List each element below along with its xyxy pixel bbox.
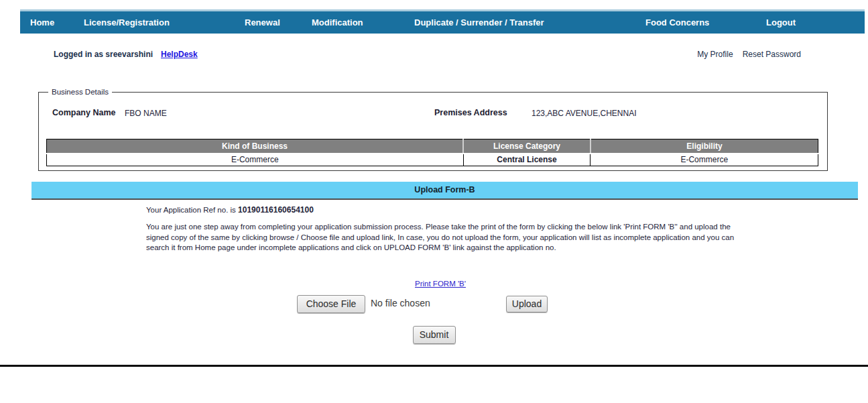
- submit-row: Submit: [0, 326, 868, 344]
- helpdesk-link[interactable]: HelpDesk: [161, 50, 198, 59]
- nav-item-home[interactable]: Home: [30, 11, 54, 34]
- nav-item-renewal[interactable]: Renewal: [245, 11, 280, 34]
- application-ref-number: 10190116160654100: [238, 205, 314, 215]
- nav-item-food-concerns[interactable]: Food Concerns: [645, 11, 709, 34]
- nav-item-modification[interactable]: Modification: [312, 11, 363, 34]
- application-ref-line: Your Application Ref no. is 101901161606…: [146, 205, 314, 215]
- file-upload-row: Choose File No file chosen Upload: [0, 295, 868, 315]
- profile-links: My ProfileReset Password: [697, 50, 801, 59]
- upload-form-b-banner: Upload Form-B: [32, 182, 858, 200]
- cell-eligibility: E-Commerce: [591, 154, 818, 166]
- company-name-value: FBO NAME: [125, 109, 167, 118]
- my-profile-link[interactable]: My Profile: [697, 50, 733, 59]
- upload-instructions: You are just one step away from completi…: [146, 222, 735, 253]
- choose-file-button[interactable]: Choose File: [297, 295, 365, 313]
- nav-item-duplicate-surrender-transfer[interactable]: Duplicate / Surrender / Transfer: [414, 11, 544, 34]
- login-status-row: Logged in as sreevarshini HelpDesk My Pr…: [0, 50, 868, 63]
- table-header-row: Kind of Business License Category Eligib…: [47, 139, 818, 154]
- upload-button[interactable]: Upload: [506, 296, 548, 312]
- reset-password-link[interactable]: Reset Password: [743, 50, 801, 59]
- header-kind-of-business: Kind of Business: [47, 139, 464, 154]
- header-license-category: License Category: [463, 139, 591, 154]
- print-link-wrap: Print FORM 'B': [146, 277, 735, 289]
- table-row: E-Commerce Central License E-Commerce: [47, 154, 818, 166]
- submit-button[interactable]: Submit: [413, 326, 456, 344]
- nav-item-logout[interactable]: Logout: [766, 11, 796, 34]
- cell-license-category: Central License: [463, 154, 591, 166]
- bottom-divider: [0, 365, 868, 367]
- top-nav: Home License/Registration Renewal Modifi…: [20, 9, 865, 34]
- business-details-fieldset: Business Details Company Name FBO NAME P…: [38, 88, 828, 171]
- file-status-text: No file chosen: [371, 298, 430, 308]
- business-details-legend: Business Details: [48, 88, 112, 96]
- print-form-b-link[interactable]: Print FORM 'B': [415, 280, 466, 288]
- company-name-label: Company Name: [52, 108, 115, 117]
- header-eligibility: Eligibility: [591, 139, 818, 154]
- business-details-table: Kind of Business License Category Eligib…: [46, 139, 818, 166]
- nav-item-license-registration[interactable]: License/Registration: [84, 11, 170, 34]
- cell-kind-of-business: E-Commerce: [47, 154, 464, 166]
- logged-in-text: Logged in as sreevarshini: [54, 50, 153, 59]
- premises-address-value: 123,ABC AVENUE,CHENNAI: [532, 109, 637, 118]
- premises-address-label: Premises Address: [434, 108, 507, 117]
- application-ref-prefix: Your Application Ref no. is: [146, 206, 238, 214]
- page: Home License/Registration Renewal Modifi…: [0, 0, 868, 403]
